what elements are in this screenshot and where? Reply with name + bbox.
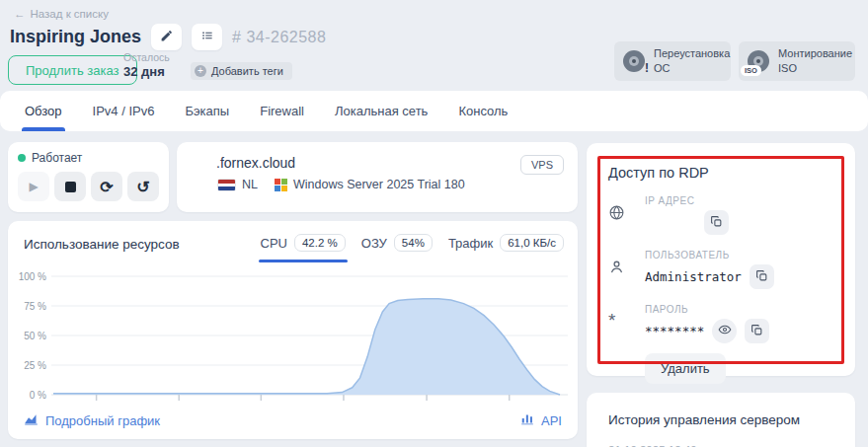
ip-address-label: IP АДРЕС [645,195,729,206]
api-link[interactable]: API [520,412,562,428]
tab-console[interactable]: Консоль [458,91,508,131]
tab-local-network[interactable]: Локальная сеть [335,91,428,131]
tab-overview[interactable]: Обзор [25,91,62,131]
exclamation-mark: ! [645,61,649,75]
copy-icon [755,269,768,285]
tab-firewall[interactable]: Firewall [260,91,304,131]
rdp-password-row: * ПАРОЛЬ ******** [608,304,833,343]
user-label: ПОЛЬЗОВАТЕЛЬ [645,250,774,261]
time-remaining: Осталось 32 дня [123,51,170,79]
server-info-card: .fornex.cloud NL Windows Server 2025 Tri… [177,142,578,212]
detailed-graph-label: Подробный график [45,413,160,428]
refresh-icon: ⟳ [100,178,113,196]
reinstall-os-label: Переустановка ОС [654,46,730,76]
remaining-label: Осталось [123,51,170,63]
password-value: ******** [645,324,704,338]
rdp-user-row: ПОЛЬЗОВАТЕЛЬ Administrator [608,250,833,289]
back-link-label: Назад к списку [31,8,109,20]
cpu-usage-area-chart: 100 %75 %50 %25 %0 % [16,268,570,411]
plus-icon: + [195,65,206,77]
bar-chart-icon [520,412,534,428]
tab-ipv4-ipv6[interactable]: IPv4 / IPv6 [93,91,155,131]
svg-text:25 %: 25 % [24,360,46,371]
server-os: Windows Server 2025 Trial 180 [293,178,465,191]
traffic-label: Трафик [448,236,493,251]
copy-icon [710,215,723,231]
copy-icon [750,324,763,339]
list-icon [200,29,214,45]
play-icon: ▶ [29,180,38,193]
vps-type-badge: VPS [520,155,564,175]
user-icon [608,250,628,289]
cpu-label: CPU [261,236,287,251]
delete-rdp-button[interactable]: Удалить [645,353,726,384]
renew-order-button[interactable]: Продлить заказ [8,55,137,85]
status-label: Работает [32,151,82,165]
restart-server-button[interactable]: ↺ [127,172,159,201]
title-row: Inspiring Jones # 34-262588 [10,24,326,50]
server-history-card: История управления сервером 21.10.2025 1… [587,393,855,447]
resource-usage-card: Использование ресурсов CPU 42.2 % ОЗУ 54… [8,221,578,439]
globe-icon [608,195,628,235]
metric-switcher: CPU 42.2 % ОЗУ 54% Трафик 61,0 КБ/с [261,234,564,254]
reinstall-os-button[interactable]: ! Переустановка ОС [614,41,731,81]
tabs-bar: Обзор IPv4 / IPv6 Бэкапы Firewall Локаль… [0,91,868,131]
order-id: # 34-262588 [232,29,326,46]
netherlands-flag-icon [218,180,235,190]
show-password-button[interactable] [712,319,737,343]
copy-password-button[interactable] [745,319,769,343]
iso-badge: ISO [741,65,761,76]
stop-server-button[interactable] [54,172,86,201]
rdp-access-card: Доступ по RDP IP АДРЕС [587,143,855,376]
server-location: NL [242,178,258,191]
eye-icon [718,323,732,339]
rdp-title: Доступ по RDP [608,165,833,181]
cpu-value-badge: 42.2 % [294,234,346,252]
add-tags-label: Добавить теги [211,65,283,77]
ram-label: ОЗУ [361,236,387,251]
mount-iso-button[interactable]: ISO Монтирование ISO [739,41,855,81]
ram-value-badge: 54% [394,234,433,252]
status-dot-icon [18,154,26,162]
svg-text:75 %: 75 % [24,301,46,312]
metric-traffic[interactable]: Трафик 61,0 КБ/с [448,234,564,254]
back-to-list-link[interactable]: ← Назад к списку [14,8,109,20]
detailed-graph-link[interactable]: Подробный график [24,412,160,428]
tab-backups[interactable]: Бэкапы [185,91,229,131]
rdp-ip-row: IP АДРЕС [608,195,833,235]
stop-icon [65,182,76,192]
asterisk-icon: * [608,304,628,343]
windows-logo-icon [275,179,287,191]
start-server-button[interactable]: ▶ [18,172,49,201]
traffic-value-badge: 61,0 КБ/с [500,234,564,252]
remaining-value: 32 дня [123,64,170,79]
back-arrow-icon: ← [14,8,26,20]
pencil-icon [160,30,173,45]
server-detail-page: ← Назад к списку Inspiring Jones # 34-26… [0,0,868,447]
api-label: API [541,413,562,428]
user-value: Administrator [645,269,742,284]
metric-cpu[interactable]: CPU 42.2 % [261,234,346,254]
svg-text:0 %: 0 % [30,390,46,401]
edit-name-button[interactable] [151,24,182,50]
mount-iso-label: Монтирование ISO [778,46,852,76]
copy-ip-button[interactable] [704,210,729,235]
restart-icon: ↺ [136,178,149,196]
reload-server-button[interactable]: ⟳ [91,172,122,201]
resource-usage-title: Использование ресурсов [24,234,180,252]
svg-text:100 %: 100 % [19,271,46,282]
iso-disc-icon: ISO [748,50,769,72]
details-list-button[interactable] [192,24,222,50]
disc-icon: ! [623,50,645,72]
svg-text:50 %: 50 % [24,331,46,341]
history-title: История управления сервером [608,412,833,427]
area-chart-icon [24,412,39,428]
server-status-card: Работает ▶ ⟳ ↺ [8,142,169,212]
password-label: ПАРОЛЬ [645,304,769,315]
page-title: Inspiring Jones [10,27,141,47]
metric-ram[interactable]: ОЗУ 54% [361,234,433,254]
server-hostname: .fornex.cloud [216,155,564,171]
add-tags-button[interactable]: + Добавить теги [191,62,292,80]
copy-user-button[interactable] [750,264,774,289]
